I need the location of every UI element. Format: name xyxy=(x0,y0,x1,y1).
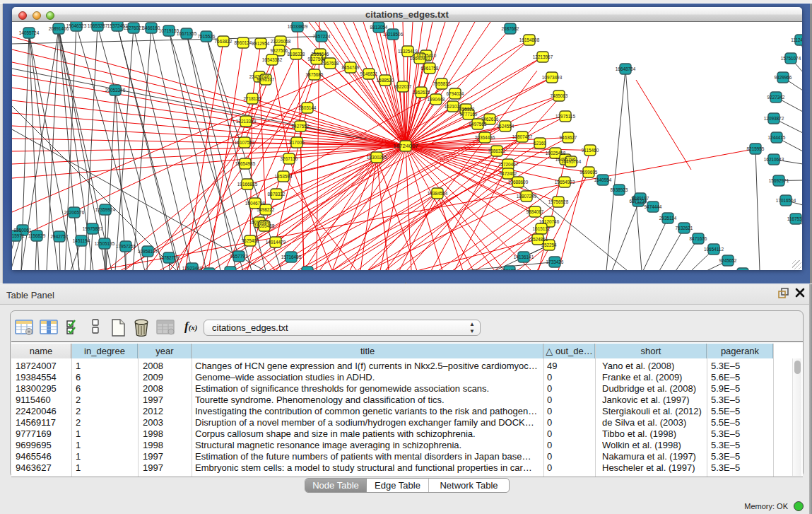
svg-text:3875685: 3875685 xyxy=(306,72,324,77)
svg-text:12923448: 12923448 xyxy=(182,266,203,270)
svg-text:19218506: 19218506 xyxy=(383,32,404,37)
svg-text:16107552: 16107552 xyxy=(235,140,255,145)
svg-text:11325419: 11325419 xyxy=(398,49,418,54)
svg-text:15751074: 15751074 xyxy=(781,56,801,61)
svg-text:3624554: 3624554 xyxy=(497,124,514,129)
svg-text:15276021: 15276021 xyxy=(124,25,144,30)
svg-text:8186328: 8186328 xyxy=(288,52,305,57)
svg-text:8427552: 8427552 xyxy=(292,124,310,129)
svg-text:16210643: 16210643 xyxy=(764,157,784,162)
svg-text:6961758: 6961758 xyxy=(421,66,439,71)
svg-text:19166825: 19166825 xyxy=(237,182,258,187)
svg-text:9472462: 9472462 xyxy=(500,171,517,176)
svg-text:16543382: 16543382 xyxy=(262,57,283,62)
svg-text:14055724: 14055724 xyxy=(19,30,40,35)
svg-text:1640954: 1640954 xyxy=(594,177,612,182)
svg-text:7663822: 7663822 xyxy=(215,39,233,44)
svg-text:10958107: 10958107 xyxy=(138,249,158,254)
svg-text:13524861: 13524861 xyxy=(528,237,548,242)
svg-text:1156829: 1156829 xyxy=(28,233,46,238)
svg-text:14136141: 14136141 xyxy=(514,255,534,259)
svg-text:16099488: 16099488 xyxy=(254,223,275,228)
svg-text:2803144: 2803144 xyxy=(299,105,317,110)
svg-text:6794024: 6794024 xyxy=(447,91,464,96)
svg-text:8471676: 8471676 xyxy=(690,236,707,241)
svg-text:1451194: 1451194 xyxy=(73,238,90,243)
svg-text:1244415: 1244415 xyxy=(768,135,786,140)
svg-text:8322037: 8322037 xyxy=(394,84,412,89)
svg-text:7462616: 7462616 xyxy=(481,117,499,122)
svg-text:9245652: 9245652 xyxy=(719,258,737,263)
svg-text:7357224: 7357224 xyxy=(313,34,331,39)
svg-text:18300295: 18300295 xyxy=(367,155,387,160)
svg-text:9474444: 9474444 xyxy=(645,204,662,209)
svg-text:2942757: 2942757 xyxy=(51,234,69,239)
svg-text:15692971: 15692971 xyxy=(769,178,789,183)
svg-text:20364436: 20364436 xyxy=(475,135,495,140)
svg-text:9731254: 9731254 xyxy=(501,269,519,270)
svg-text:8960124: 8960124 xyxy=(235,40,252,45)
svg-text:10046798: 10046798 xyxy=(245,201,266,206)
svg-text:9089197: 9089197 xyxy=(632,196,649,201)
svg-text:15720407: 15720407 xyxy=(498,162,519,167)
svg-text:9227342: 9227342 xyxy=(767,95,785,100)
svg-text:17957255: 17957255 xyxy=(116,244,136,249)
svg-text:8215955: 8215955 xyxy=(747,146,765,151)
svg-text:9327506: 9327506 xyxy=(271,48,288,53)
svg-text:10807487: 10807487 xyxy=(512,134,533,139)
svg-text:10973493: 10973493 xyxy=(542,75,563,80)
svg-text:9463627: 9463627 xyxy=(560,135,577,140)
svg-text:8127345: 8127345 xyxy=(222,269,240,270)
svg-text:2551546: 2551546 xyxy=(312,52,329,57)
svg-text:16154808: 16154808 xyxy=(519,37,540,42)
svg-text:17359924: 17359924 xyxy=(95,207,116,212)
svg-text:19654923: 19654923 xyxy=(555,180,575,185)
svg-text:6466160: 6466160 xyxy=(143,25,160,30)
svg-text:8454749: 8454749 xyxy=(342,65,360,70)
svg-text:19384554: 19384554 xyxy=(428,191,448,196)
svg-text:19975887: 19975887 xyxy=(83,226,103,231)
svg-text:16648784: 16648784 xyxy=(616,66,636,71)
svg-text:5498222: 5498222 xyxy=(257,207,275,212)
svg-text:1588520: 1588520 xyxy=(377,78,394,83)
svg-text:19654985: 19654985 xyxy=(235,161,256,166)
svg-text:9146821: 9146821 xyxy=(360,71,378,76)
svg-text:62160: 62160 xyxy=(534,141,546,146)
svg-text:18807249: 18807249 xyxy=(517,194,537,199)
svg-text:6497568: 6497568 xyxy=(469,122,487,127)
svg-text:7455322: 7455322 xyxy=(457,107,475,112)
svg-text:16782759: 16782759 xyxy=(159,255,180,260)
svg-text:2718126: 2718126 xyxy=(244,96,261,101)
svg-text:12213389: 12213389 xyxy=(236,119,257,124)
svg-text:7515526: 7515526 xyxy=(198,34,216,39)
svg-text:1167531: 1167531 xyxy=(787,216,802,221)
svg-text:1353594: 1353594 xyxy=(275,174,293,179)
svg-text:8938923: 8938923 xyxy=(611,187,628,192)
svg-text:16120746: 16120746 xyxy=(539,219,560,224)
svg-text:12093872: 12093872 xyxy=(764,116,784,121)
svg-text:16640910: 16640910 xyxy=(410,56,430,61)
svg-text:20206576: 20206576 xyxy=(64,210,85,215)
svg-text:18724007: 18724007 xyxy=(393,143,418,149)
svg-text:19756928: 19756928 xyxy=(548,199,569,204)
svg-text:7625402: 7625402 xyxy=(242,238,259,243)
svg-text:1990448: 1990448 xyxy=(428,97,445,102)
svg-text:10688609: 10688609 xyxy=(508,180,529,185)
svg-text:23226058: 23226058 xyxy=(271,39,291,44)
svg-text:1733426: 1733426 xyxy=(546,259,564,264)
svg-text:8912954: 8912954 xyxy=(252,41,270,46)
svg-text:7632621: 7632621 xyxy=(676,226,693,230)
svg-text:1615132: 1615132 xyxy=(533,226,551,231)
svg-text:9699695: 9699695 xyxy=(580,170,598,175)
svg-text:9329966: 9329966 xyxy=(775,75,792,80)
svg-text:1362615: 1362615 xyxy=(413,90,430,95)
svg-text:3267130: 3267130 xyxy=(281,156,298,161)
svg-text:8350061: 8350061 xyxy=(14,228,32,233)
svg-text:8878332: 8878332 xyxy=(268,192,286,197)
svg-text:9115460: 9115460 xyxy=(582,148,599,153)
svg-text:3915971: 3915971 xyxy=(12,233,25,238)
svg-text:9245911: 9245911 xyxy=(299,269,317,270)
svg-text:16671355: 16671355 xyxy=(177,31,197,36)
svg-text:2935114: 2935114 xyxy=(659,216,677,221)
svg-text:2367608: 2367608 xyxy=(322,61,339,66)
